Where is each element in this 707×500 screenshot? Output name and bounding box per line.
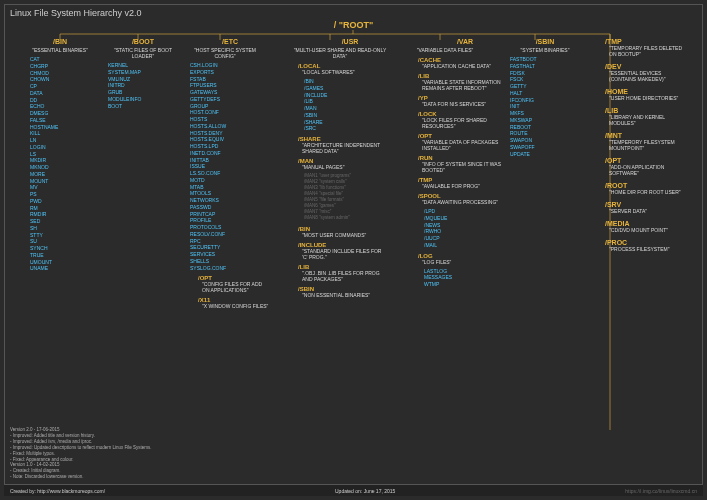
list-item: FSTAB — [190, 76, 270, 83]
sbin-list: FASTBOOTFASTHALTFDISKFSCKGETTYHALTIFCONF… — [510, 56, 580, 157]
list-item: SU — [30, 238, 90, 245]
list-item: GETTY — [510, 83, 580, 90]
sub-desc: "CONFIG FILES FOR ADD ON APPLICATIONS" — [202, 281, 270, 293]
right-row: /TMP"TEMPORARY FILES DELETED ON BOOTUP" — [605, 38, 695, 57]
list-item: HOSTS — [190, 116, 270, 123]
list-item: IFCONFIG — [510, 97, 580, 104]
list-item: WTMP — [424, 281, 520, 288]
etc-header: /ETC — [190, 38, 270, 45]
list-item: /SRC — [304, 125, 410, 132]
list-item: MORE — [30, 171, 90, 178]
right-header: /MNT — [605, 132, 695, 139]
right-row: /SRV"SERVER DATA" — [605, 201, 695, 214]
list-item: MKDIR — [30, 157, 90, 164]
list-item: /SHARE — [304, 119, 410, 126]
list-item: FDISK — [510, 70, 580, 77]
list-item: MODULEINFO — [108, 96, 178, 103]
right-desc: "PROCESS FILESYSTEM" — [609, 246, 689, 252]
list-item: LOGIN — [30, 144, 90, 151]
usr-header: /USR — [290, 38, 410, 45]
right-row: /DEV"ESSENTIAL DEVICES (CONTAINS MAKEDEV… — [605, 63, 695, 82]
list-item: MOUNT — [30, 178, 90, 185]
list-item: INIT — [510, 103, 580, 110]
list-item: PWD — [30, 198, 90, 205]
right-header: /DEV — [605, 63, 695, 70]
sbin-desc: "SYSTEM BINARIES" — [510, 47, 580, 53]
list-item: KILL — [30, 130, 90, 137]
right-desc: "LIBRARY AND KERNEL MODULES" — [609, 114, 689, 126]
right-row: /OPT"ADD-ON APPLICATION SOFTWARE" — [605, 157, 695, 176]
list-item: /MAN — [304, 105, 410, 112]
list-item: CSH.LOGIN — [190, 62, 270, 69]
version-notes: Version 2.0 - 17-06-2015- Improved: Adde… — [10, 427, 152, 480]
list-item: SYNCH — [30, 245, 90, 252]
right-header: /TMP — [605, 38, 695, 45]
right-row: /MNT"TEMPERORY FILESYSTEM MOUNTPOINT" — [605, 132, 695, 151]
list-item: LASTLOG — [424, 268, 520, 275]
sub-desc: "MANUAL PAGES" — [302, 164, 382, 170]
right-header: /MEDIA — [605, 220, 695, 227]
list-item: PRINTCAP — [190, 211, 270, 218]
list-item: RMDIR — [30, 211, 90, 218]
sub-desc: "LOG FILES" — [422, 259, 502, 265]
col-bin: /BIN "ESSENTIAL BINARIES" CATCHGRPCHMODC… — [30, 38, 90, 272]
version-line: - Note: Discarded lowercase version. — [10, 474, 152, 480]
list-item: HOSTS.LPD — [190, 143, 270, 150]
bin-header: /BIN — [30, 38, 90, 45]
list-item: GETTYDEFS — [190, 96, 270, 103]
right-row: /LIB"LIBRARY AND KERNEL MODULES" — [605, 107, 695, 126]
list-item: GATEWAYS — [190, 89, 270, 96]
list-item: SED — [30, 218, 90, 225]
list-item: SHELLS — [190, 258, 270, 265]
list-item: BOOT — [108, 103, 178, 110]
right-desc: "ESSENTIAL DEVICES (CONTAINS MAKEDEV)" — [609, 70, 689, 82]
list-item: LN — [30, 137, 90, 144]
sub-desc: "LOCAL SOFTWARES" — [302, 69, 382, 75]
list-item: FASTHALT — [510, 63, 580, 70]
sub-desc: "LOCK FILES FOR SHARED RESOURCES" — [422, 117, 502, 129]
list-item: KERNEL — [108, 62, 178, 69]
right-row: /HOME"USER HOME DIRECTORIES" — [605, 88, 695, 101]
list-item: /UUCP — [424, 235, 520, 242]
right-header: /PROC — [605, 239, 695, 246]
list-item: TRUE — [30, 252, 90, 259]
var-desc: "VARIABLE DATA FILES" — [410, 47, 480, 53]
right-header: /HOME — [605, 88, 695, 95]
list-item: SYSLOG.CONF — [190, 265, 270, 272]
list-item: ISSUE — [190, 163, 270, 170]
sub-desc: "MOST USER COMMANDS" — [302, 232, 382, 238]
col-sbin: /SBIN "SYSTEM BINARIES" FASTBOOTFASTHALT… — [510, 38, 580, 157]
list-item: /MQUEUE — [424, 215, 520, 222]
right-desc: "HOME DIR FOR ROOT USER" — [609, 189, 689, 195]
boot-list: KERNELSYSTEM.MAPVMLINUZINITRDGRUBMODULEI… — [108, 62, 178, 109]
list-item: LS.SO.CONF — [190, 170, 270, 177]
list-item: HOSTS.EQUIV — [190, 136, 270, 143]
list-item: INITTAB — [190, 157, 270, 164]
list-item: STTY — [30, 232, 90, 239]
right-desc: "TEMPERORY FILESYSTEM MOUNTPOINT" — [609, 139, 689, 151]
list-item: SYSTEM.MAP — [108, 69, 178, 76]
col-usr: /USR "MULTI-USER SHARE AND READ-ONLY DAT… — [290, 38, 410, 301]
list-item: INETD.CONF — [190, 150, 270, 157]
page-title: Linux File System Hierarchy v2.0 — [10, 8, 142, 18]
list-item: ROUTE — [510, 130, 580, 137]
footer-bar: Created by: http://www.blackmoreops.com/… — [4, 484, 703, 496]
list-item: HOST.CONF — [190, 109, 270, 116]
footer-created: Created by: http://www.blackmoreops.com/ — [10, 488, 105, 494]
right-header: /ROOT — [605, 182, 695, 189]
right-header: /OPT — [605, 157, 695, 164]
list-item: CHOWN — [30, 76, 90, 83]
list-item: /LPD — [424, 208, 520, 215]
right-desc: "CD/DVD MOUNT POINT" — [609, 227, 689, 233]
sub-desc: "NON ESSENTIAL BINARIES" — [302, 292, 382, 298]
list-item: MOTD — [190, 177, 270, 184]
list-item: CP — [30, 83, 90, 90]
list-item: /NEWS — [424, 222, 520, 229]
list-item: PROFILE — [190, 217, 270, 224]
bin-list: CATCHGRPCHMODCHOWNCPDATADDECHODMESGFALSE… — [30, 56, 90, 272]
list-item: SERVICES — [190, 251, 270, 258]
list-item: PROTOCOLS — [190, 224, 270, 231]
right-header: /LIB — [605, 107, 695, 114]
list-item: UNAME — [30, 265, 90, 272]
list-item: GROUP — [190, 103, 270, 110]
